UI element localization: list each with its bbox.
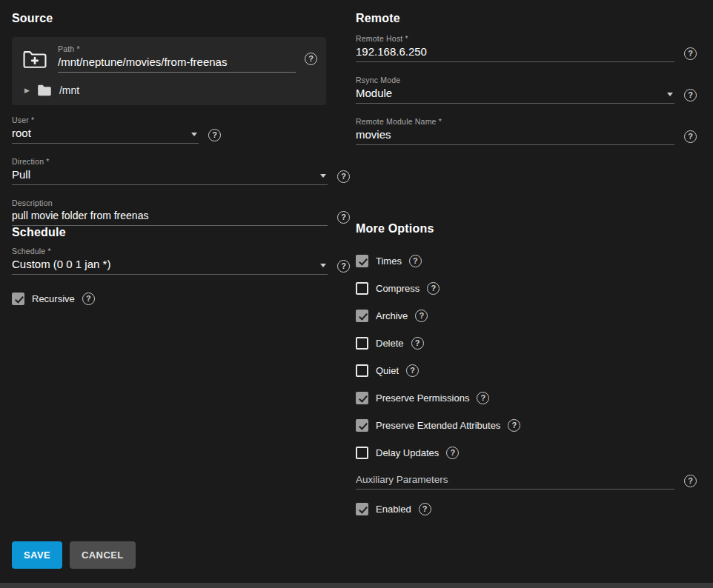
more-options-list: Times Compress Archive Delete Quiet [356,255,697,459]
schedule-value: Custom (0 0 1 jan *) [12,258,314,270]
description-label: Description [12,198,328,207]
remote-host-input[interactable]: 192.168.6.250 [356,45,674,62]
option-quiet: Quiet [356,364,697,377]
schedule-help-icon[interactable] [337,260,350,273]
rsync-mode-value: Module [356,87,661,99]
remote-host-help-icon[interactable] [684,47,697,60]
chevron-right-icon[interactable] [24,87,30,94]
description-input[interactable]: pull movie folder from freenas [12,210,328,226]
archive-checkbox[interactable] [356,310,368,322]
path-value: /mnt/neptune/movies/from-freenas [58,56,296,68]
delay-updates-checkbox[interactable] [356,447,368,459]
caret-down-icon[interactable] [667,93,673,96]
preserve-permissions-help-icon[interactable] [477,392,489,404]
user-select[interactable]: root [12,127,199,144]
compress-checkbox[interactable] [356,282,368,295]
auxiliary-parameters-input[interactable]: Auxiliary Parameters [356,474,674,490]
path-explorer-panel: Path * /mnt/neptune/movies/from-freenas … [12,37,326,105]
source-heading: Source [12,12,350,25]
delete-help-icon[interactable] [411,337,424,350]
enabled-checkbox[interactable] [356,503,368,515]
caret-down-icon[interactable] [320,264,326,267]
option-delete: Delete [356,337,697,350]
form-actions: SAVE CANCEL [12,541,136,569]
description-value: pull movie folder from freenas [12,210,328,221]
enabled-help-icon[interactable] [419,503,431,515]
direction-help-icon[interactable] [337,170,350,183]
save-button[interactable]: SAVE [12,541,62,569]
tree-node-label: /mnt [59,84,79,96]
compress-help-icon[interactable] [427,282,440,295]
delete-checkbox[interactable] [356,337,368,350]
quiet-help-icon[interactable] [406,364,419,377]
compress-label: Compress [376,283,419,294]
preserve-permissions-checkbox[interactable] [356,392,368,404]
caret-down-icon[interactable] [191,133,197,136]
option-times: Times [356,255,697,267]
archive-label: Archive [376,310,408,321]
times-help-icon[interactable] [409,255,422,267]
recursive-option: Recursive [12,293,350,305]
times-label: Times [376,255,402,267]
recursive-checkbox[interactable] [12,293,24,305]
remote-heading: Remote [356,12,697,25]
schedule-label: Schedule * [12,247,328,255]
tree-node-mnt[interactable]: /mnt [21,81,317,99]
archive-help-icon[interactable] [415,310,428,322]
recursive-label: Recursive [32,293,75,304]
remote-host-value: 192.168.6.250 [356,45,674,58]
remote-host-label: Remote Host * [356,34,674,43]
path-input[interactable]: /mnt/neptune/movies/from-freenas [58,56,296,73]
folder-icon [37,84,52,96]
add-folder-icon[interactable] [21,46,49,71]
remote-module-input[interactable]: movies [356,128,674,145]
preserve-permissions-label: Preserve Permissions [376,392,469,404]
option-compress: Compress [356,282,697,295]
option-preserve-permissions: Preserve Permissions [356,392,697,404]
path-help-icon[interactable] [305,53,317,65]
delay-updates-help-icon[interactable] [446,447,459,459]
delete-label: Delete [376,338,404,349]
quiet-checkbox[interactable] [356,364,368,377]
direction-select[interactable]: Pull [12,168,328,185]
rsync-task-form: Source Path * /mnt/neptune/movies/from-f… [0,0,713,588]
option-archive: Archive [356,310,697,322]
bottom-divider [0,583,713,588]
cancel-button[interactable]: CANCEL [70,541,136,569]
preserve-extended-attributes-checkbox[interactable] [356,419,368,432]
schedule-heading: Schedule [12,226,350,239]
auxiliary-parameters-help-icon[interactable] [684,475,697,487]
user-label: User * [12,116,199,124]
user-value: root [12,127,185,139]
recursive-help-icon[interactable] [82,293,95,305]
rsync-mode-select[interactable]: Module [356,87,674,104]
description-help-icon[interactable] [337,211,350,224]
direction-label: Direction * [12,157,328,166]
path-label: Path * [58,44,296,53]
times-checkbox[interactable] [356,255,368,267]
remote-module-label: Remote Module Name * [356,117,674,126]
quiet-label: Quiet [376,365,399,376]
direction-value: Pull [12,168,314,181]
rsync-mode-label: Rsync Mode [356,76,674,84]
option-delay-updates: Delay Updates [356,447,697,459]
auxiliary-parameters-label: Auxiliary Parameters [356,474,674,485]
remote-module-help-icon[interactable] [684,130,697,143]
option-preserve-extended-attributes: Preserve Extended Attributes [356,419,697,432]
preserve-extended-attributes-label: Preserve Extended Attributes [376,420,500,431]
option-enabled: Enabled [356,503,697,515]
more-options-heading: More Options [356,222,697,235]
user-help-icon[interactable] [208,129,221,141]
remote-module-value: movies [356,128,674,141]
enabled-label: Enabled [376,504,411,515]
left-column: Source Path * /mnt/neptune/movies/from-f… [12,12,350,305]
schedule-select[interactable]: Custom (0 0 1 jan *) [12,258,328,275]
preserve-extended-attributes-help-icon[interactable] [508,419,520,432]
right-column: Remote Remote Host * 192.168.6.250 Rsync… [356,12,697,515]
rsync-mode-help-icon[interactable] [684,89,697,101]
caret-down-icon[interactable] [320,174,326,178]
delay-updates-label: Delay Updates [376,447,439,458]
